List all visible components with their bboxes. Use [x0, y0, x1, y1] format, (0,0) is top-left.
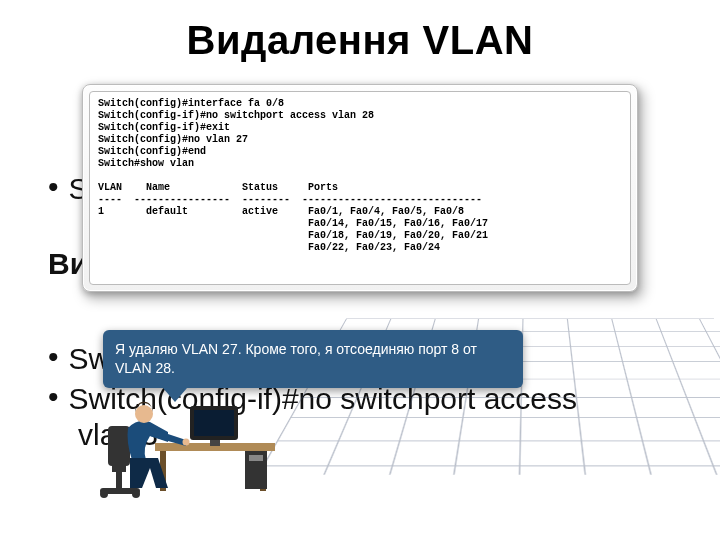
slide: Видалення VLAN •Switch(config)#no vlan 3… [0, 0, 720, 540]
svg-point-14 [135, 405, 153, 423]
bullet-dot: • [48, 170, 59, 203]
term-line: Switch(config)#interface fa 0/8 [98, 98, 622, 110]
terminal-panel: Switch(config)#interface fa 0/8 Switch(c… [82, 84, 638, 292]
person-at-desk-icon [100, 388, 300, 508]
svg-rect-4 [249, 455, 263, 461]
term-row: Fa0/18, Fa0/19, Fa0/20, Fa0/21 [98, 230, 622, 242]
term-line: Switch(config)#no vlan 27 [98, 134, 622, 146]
page-title: Видалення VLAN [0, 18, 720, 63]
term-columns: VLAN Name Status Ports [98, 182, 622, 194]
svg-rect-7 [210, 440, 220, 446]
bullet-dot: • [48, 340, 59, 373]
bullet-dot: • [48, 380, 59, 413]
svg-rect-6 [194, 410, 234, 436]
term-line: Switch(config-if)#no switchport access v… [98, 110, 622, 122]
callout-text: Я удаляю VLAN 27. Кроме того, я отсоедин… [115, 341, 477, 376]
svg-rect-8 [108, 426, 130, 466]
term-line: Switch(config-if)#exit [98, 122, 622, 134]
term-blank [98, 170, 622, 182]
term-separator: ---- ---------------- -------- ---------… [98, 194, 622, 206]
svg-rect-11 [116, 472, 122, 490]
term-line: Switch(config)#end [98, 146, 622, 158]
term-row: Fa0/22, Fa0/23, Fa0/24 [98, 242, 622, 254]
svg-rect-9 [112, 466, 126, 472]
term-row: Fa0/14, Fa0/15, Fa0/16, Fa0/17 [98, 218, 622, 230]
svg-point-13 [132, 490, 140, 498]
terminal-output: Switch(config)#interface fa 0/8 Switch(c… [89, 91, 631, 285]
admin-illustration [100, 388, 300, 508]
svg-point-15 [183, 439, 190, 446]
speech-callout: Я удаляю VLAN 27. Кроме того, я отсоедин… [103, 330, 523, 388]
term-row: 1 default active Fa0/1, Fa0/4, Fa0/5, Fa… [98, 206, 622, 218]
term-line: Switch#show vlan [98, 158, 622, 170]
svg-point-12 [100, 490, 108, 498]
